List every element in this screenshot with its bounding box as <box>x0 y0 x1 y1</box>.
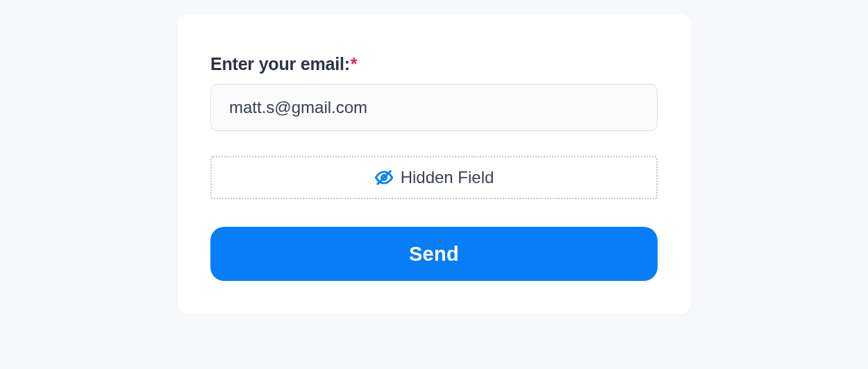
required-asterisk: * <box>351 54 358 74</box>
send-button[interactable]: Send <box>210 227 658 281</box>
email-field[interactable] <box>210 84 658 131</box>
eye-slash-icon <box>374 168 394 187</box>
form-card: Enter your email:* Hidden Field Send <box>177 14 691 314</box>
hidden-field-placeholder[interactable]: Hidden Field <box>210 156 658 199</box>
hidden-field-label: Hidden Field <box>401 168 494 187</box>
email-label-text: Enter your email: <box>210 54 350 74</box>
email-label: Enter your email:* <box>210 54 658 74</box>
